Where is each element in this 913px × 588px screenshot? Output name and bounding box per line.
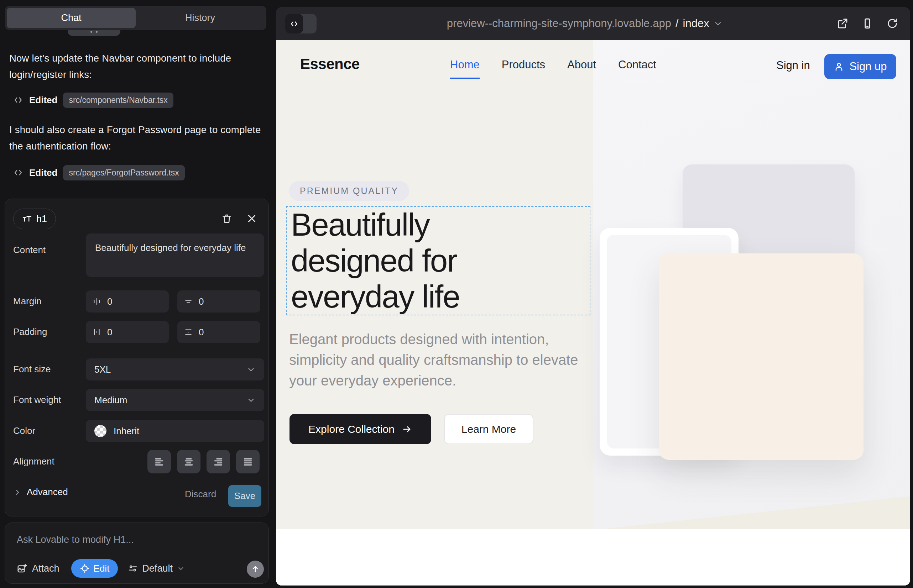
- target-icon: [80, 564, 90, 573]
- type-icon: [22, 214, 32, 224]
- edit-mode-pill[interactable]: Edit: [71, 559, 118, 578]
- attach-label: Attach: [32, 563, 60, 574]
- font-size-select[interactable]: 5XL: [86, 359, 264, 381]
- padding-y-value: 0: [199, 327, 204, 338]
- align-justify-button[interactable]: [236, 450, 260, 473]
- explore-collection-button[interactable]: Explore Collection: [290, 414, 431, 444]
- margin-y-input[interactable]: 0: [177, 291, 260, 312]
- url-bar[interactable]: preview--charming-site-symphony.lovable.…: [447, 7, 723, 40]
- element-inspector-panel: h1 Content Beautifully designed for ever…: [5, 199, 269, 517]
- scrolled-chip-peek: [68, 30, 120, 36]
- send-button[interactable]: [247, 561, 264, 578]
- font-weight-value: Medium: [94, 395, 127, 406]
- file-edit-row: Edited src/components/Navbar.tsx: [13, 92, 173, 108]
- selected-h1-outline[interactable]: Beautifully designed for everyday life: [286, 206, 590, 315]
- code-preview-toggle[interactable]: [285, 14, 317, 34]
- selected-element-tag: h1: [13, 208, 56, 229]
- site-logo[interactable]: Essence: [300, 55, 359, 73]
- attach-button[interactable]: Attach: [17, 563, 60, 574]
- prompt-composer: Ask Lovable to modify H1... Attach Edit: [5, 522, 269, 584]
- margin-x-input[interactable]: 0: [86, 291, 169, 312]
- refresh-button[interactable]: [885, 16, 900, 31]
- mobile-view-button[interactable]: [860, 16, 874, 31]
- content-label: Content: [13, 244, 45, 255]
- margin-x-value: 0: [107, 296, 112, 307]
- hero-heading-line: designed for: [291, 243, 457, 278]
- discard-button[interactable]: Discard: [185, 489, 216, 500]
- trash-icon: [221, 213, 233, 224]
- file-chip[interactable]: src/components/Navbar.tsx: [63, 92, 173, 108]
- chevron-down-icon: [177, 564, 185, 572]
- transparent-swatch: [94, 425, 107, 437]
- padding-x-value: 0: [107, 327, 112, 338]
- align-right-button[interactable]: [207, 450, 230, 473]
- chat-history-tabs: Chat History: [5, 6, 266, 30]
- margin-horizontal-icon: [92, 297, 102, 306]
- chevron-down-icon: [246, 396, 256, 405]
- margin-label: Margin: [13, 296, 41, 307]
- advanced-toggle[interactable]: Advanced: [13, 486, 68, 498]
- premium-quality-badge: PREMIUM QUALITY: [289, 181, 409, 201]
- close-inspector-button[interactable]: [244, 211, 260, 226]
- decor-card-cream: [659, 254, 863, 460]
- tab-history[interactable]: History: [136, 8, 265, 28]
- chat-message: I should also create a Forgot Password p…: [9, 122, 263, 155]
- tab-chat-label: Chat: [61, 13, 81, 24]
- align-center-icon: [183, 456, 195, 468]
- url-page: index: [683, 17, 709, 30]
- learn-more-button[interactable]: Learn More: [444, 414, 533, 444]
- preview-browser: preview--charming-site-symphony.lovable.…: [276, 7, 910, 585]
- code-icon: [285, 14, 303, 34]
- align-right-icon: [212, 456, 224, 468]
- save-button[interactable]: Save: [228, 485, 261, 507]
- sign-in-link[interactable]: Sign in: [776, 59, 810, 72]
- section-below-hero: [276, 529, 910, 585]
- padding-y-input[interactable]: 0: [177, 321, 260, 343]
- font-weight-label: Font weight: [13, 394, 61, 405]
- margin-vertical-icon: [184, 297, 193, 306]
- edit-label: Edit: [94, 563, 110, 574]
- padding-x-input[interactable]: 0: [86, 321, 169, 343]
- mode-label: Default: [142, 563, 173, 574]
- lovable-editor-window: Chat History Now let's update the Navbar…: [0, 0, 913, 588]
- nav-link-about[interactable]: About: [567, 58, 596, 79]
- content-input[interactable]: Beautifully designed for everyday life: [86, 234, 264, 277]
- nav-link-products[interactable]: Products: [502, 58, 545, 79]
- chevron-down-icon: [246, 365, 256, 374]
- align-center-button[interactable]: [177, 450, 201, 473]
- browser-actions: [835, 7, 900, 40]
- tab-history-label: History: [185, 13, 215, 24]
- mode-selector[interactable]: Default: [128, 563, 185, 574]
- padding-horizontal-icon: [92, 328, 102, 337]
- sign-up-button[interactable]: Sign up: [824, 54, 896, 79]
- url-separator: /: [675, 17, 679, 30]
- color-value: Inherit: [113, 426, 139, 437]
- alignment-label: Alignment: [13, 456, 55, 467]
- site-preview: Essence Home Products About Contact Sign…: [276, 40, 910, 585]
- tab-chat[interactable]: Chat: [7, 8, 136, 28]
- align-left-button[interactable]: [147, 450, 171, 473]
- font-size-label: Font size: [13, 364, 51, 375]
- composer-input[interactable]: Ask Lovable to modify H1...: [17, 534, 252, 545]
- sign-up-label: Sign up: [849, 60, 887, 73]
- open-external-button[interactable]: [835, 16, 850, 31]
- explore-collection-label: Explore Collection: [308, 423, 395, 435]
- code-icon: [13, 95, 24, 105]
- padding-vertical-icon: [184, 328, 193, 337]
- font-weight-select[interactable]: Medium: [86, 389, 264, 411]
- code-icon: [13, 167, 24, 178]
- align-left-icon: [153, 456, 165, 468]
- delete-element-button[interactable]: [219, 211, 235, 226]
- chat-message: Now let's update the Navbar component to…: [9, 50, 263, 83]
- advanced-label: Advanced: [27, 486, 68, 498]
- chevron-down-icon: [714, 19, 723, 28]
- hero-heading-line: Beautifully: [291, 207, 429, 242]
- file-chip[interactable]: src/pages/ForgotPassword.tsx: [63, 165, 185, 181]
- hero-paragraph: Elegant products designed with intention…: [289, 329, 585, 391]
- color-select[interactable]: Inherit: [86, 420, 264, 442]
- nav-link-contact[interactable]: Contact: [618, 58, 656, 79]
- margin-y-value: 0: [199, 296, 204, 307]
- nav-link-home[interactable]: Home: [450, 58, 480, 79]
- color-label: Color: [13, 425, 35, 436]
- sliders-icon: [128, 564, 138, 573]
